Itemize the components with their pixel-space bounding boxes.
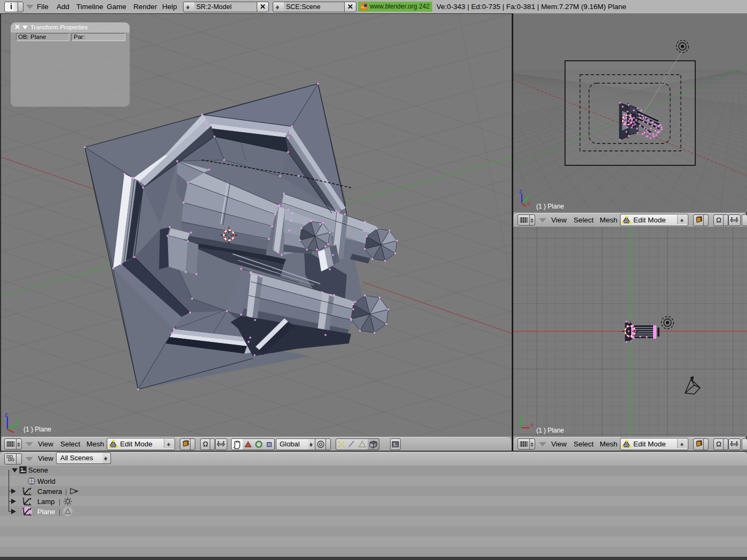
svg-text:(1 ) Plane: (1 ) Plane [536, 203, 564, 210]
svg-text:y: y [520, 413, 523, 419]
svg-text:x: x [527, 201, 530, 207]
svg-text:z: z [5, 412, 7, 418]
svg-text:(1 ) Plane: (1 ) Plane [536, 427, 564, 434]
svg-text:|: | [59, 498, 60, 506]
svg-text:Lamp: Lamp [37, 498, 55, 506]
svg-text:x: x [531, 422, 534, 428]
svg-text:|: | [59, 508, 60, 516]
svg-text:World: World [37, 477, 55, 485]
svg-text:y: y [16, 417, 19, 423]
svg-text:Scene: Scene [28, 466, 48, 474]
svg-text:z: z [519, 188, 522, 194]
svg-text:Plane: Plane [37, 508, 55, 516]
svg-text:Camera: Camera [37, 487, 62, 495]
svg-text:y: y [527, 194, 529, 199]
svg-text:|: | [65, 487, 67, 495]
